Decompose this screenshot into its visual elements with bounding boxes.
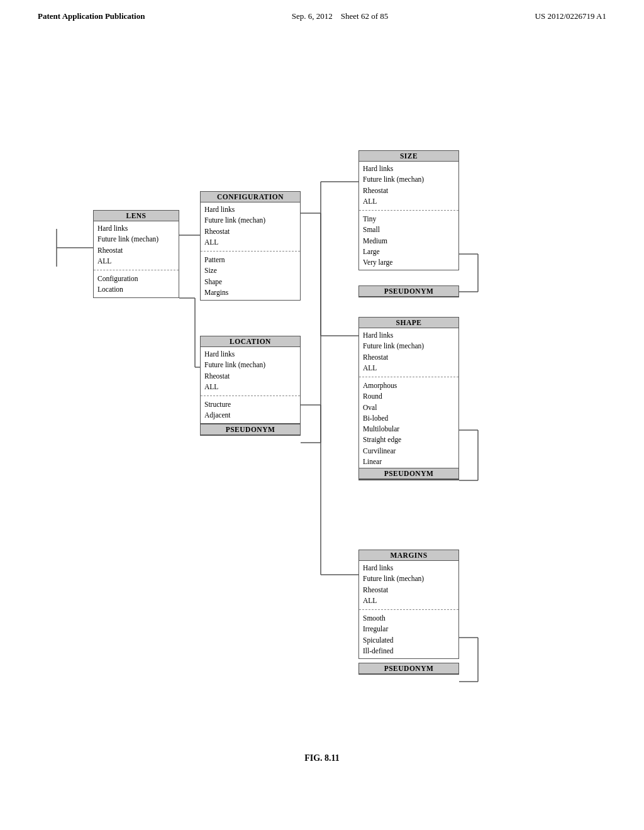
lens-box: LENS Hard links Future link (mechan) Rhe… [93, 210, 179, 298]
configuration-box: CONFIGURATION Hard links Future link (me… [200, 191, 301, 301]
margins-title: MARGINS [359, 550, 458, 561]
location-section2: Structure Adjacent [201, 397, 300, 423]
lens-section2: Configuration Location [94, 272, 179, 297]
shape-box: SHAPE Hard links Future link (mechan) Rh… [358, 317, 459, 480]
size-section1: Hard links Future link (mechan) Rheostat… [359, 162, 458, 209]
header-center: Sep. 6, 2012 Sheet 62 of 85 [292, 11, 388, 21]
header-left: Patent Application Publication [38, 11, 145, 21]
location-box: LOCATION Hard links Future link (mechan)… [200, 336, 301, 424]
pseudonym-size-title: PSEUDONYM [359, 286, 458, 297]
location-section1: Hard links Future link (mechan) Rheostat… [201, 347, 300, 394]
shape-section2: Amorphous Round Oval Bi-lobed Multilobul… [359, 379, 458, 480]
margins-section2: Smooth Irregular Spiculated Ill-defined [359, 611, 458, 658]
pseudonym-size-box: PSEUDONYM [358, 285, 459, 297]
figure-caption: FIG. 8.11 [304, 753, 340, 763]
page-header: Patent Application Publication Sep. 6, 2… [0, 0, 644, 21]
margins-section1: Hard links Future link (mechan) Rheostat… [359, 561, 458, 608]
pseudonym-shape-title: PSEUDONYM [359, 468, 458, 479]
shape-title: SHAPE [359, 318, 458, 328]
pseudonym-location-box: PSEUDONYM [200, 424, 301, 436]
header-right: US 2012/0226719 A1 [535, 11, 606, 21]
connector-lines [0, 28, 644, 782]
location-title: LOCATION [201, 336, 300, 347]
pseudonym-location-title: PSEUDONYM [201, 424, 300, 435]
size-title: SIZE [359, 151, 458, 162]
configuration-section1: Hard links Future link (mechan) Rheostat… [201, 202, 300, 250]
configuration-section2: Pattern Size Shape Margins [201, 253, 300, 300]
pseudonym-margins-title: PSEUDONYM [359, 663, 458, 674]
size-section2: Tiny Small Medium Large Very large [359, 212, 458, 270]
lens-title: LENS [94, 211, 179, 221]
pseudonym-shape-box: PSEUDONYM [358, 468, 459, 480]
diagram-area: LENS Hard links Future link (mechan) Rhe… [0, 28, 644, 782]
margins-box: MARGINS Hard links Future link (mechan) … [358, 550, 459, 659]
size-box: SIZE Hard links Future link (mechan) Rhe… [358, 150, 459, 270]
pseudonym-margins-box: PSEUDONYM [358, 663, 459, 675]
lens-section1: Hard links Future link (mechan) Rheostat… [94, 221, 179, 268]
shape-section1: Hard links Future link (mechan) Rheostat… [359, 328, 458, 375]
configuration-title: CONFIGURATION [201, 192, 300, 202]
